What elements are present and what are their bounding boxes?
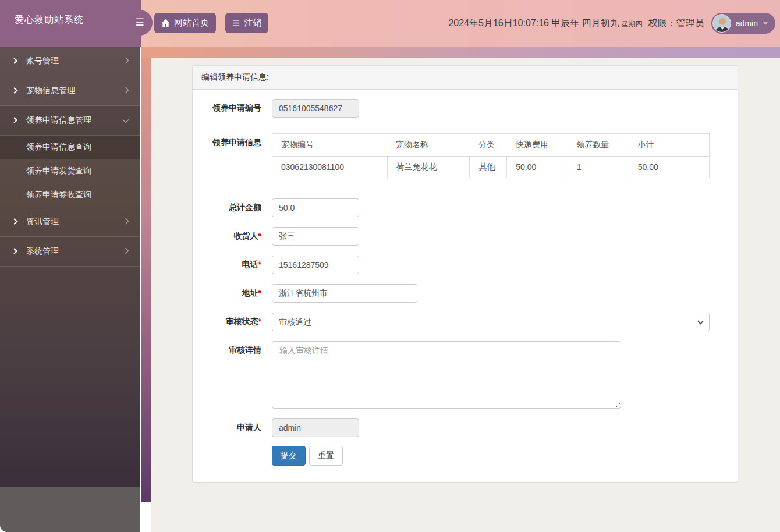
cell-category: 其他 (470, 157, 507, 178)
col-pet-name: 宠物名称 (387, 134, 470, 157)
cell-shipping-fee: 50.00 (507, 157, 568, 178)
audit-detail-label: 审核详情 (201, 341, 261, 356)
audit-detail-textarea[interactable] (272, 341, 621, 409)
application-info-label: 领养申请信息 (201, 133, 261, 148)
required-marker: * (258, 260, 261, 269)
logout-button[interactable]: ☰ 注销 (225, 13, 268, 33)
receiver-field[interactable] (272, 227, 359, 246)
permission-text: 权限：管理员 (648, 18, 704, 28)
phone-label: 电话* (201, 256, 261, 270)
sidebar-item-pet-info-mgmt[interactable]: 宠物信息管理 (0, 76, 140, 106)
required-marker: * (258, 231, 261, 240)
cell-pet-no: 03062130081100 (272, 157, 388, 178)
panel-title: 编辑领养申请信息: (193, 66, 738, 90)
col-subtotal: 小计 (629, 134, 709, 157)
applicant-label: 申请人 (201, 418, 261, 433)
audit-status-select[interactable]: 审核通过 (272, 313, 710, 331)
hamburger-icon: ☰ (135, 17, 144, 28)
home-icon (161, 19, 170, 27)
application-no-label: 领养申请编号 (201, 99, 261, 114)
chevron-right-icon (125, 56, 129, 66)
sidebar-item-system-mgmt[interactable]: 系统管理 (0, 237, 140, 267)
logout-label: 注销 (244, 17, 261, 29)
adoption-items-table: 宠物编号 宠物名称 分类 快递费用 领养数量 小计 03 (272, 133, 710, 178)
col-quantity: 领养数量 (568, 134, 629, 157)
logout-icon: ☰ (232, 19, 240, 27)
sidebar-item-adoption-ship-query[interactable]: 领养申请发货查询 (0, 159, 140, 183)
avatar (712, 14, 731, 33)
cell-pet-name: 荷兰兔花花 (387, 157, 470, 178)
cell-subtotal: 50.00 (629, 157, 709, 178)
col-category: 分类 (470, 134, 507, 157)
sidebar: 账号管理 宠物信息管理 领养申请信息管理 领养申请信息查询 领养申请发货查询 领 (0, 47, 140, 487)
datetime-text: 2024年5月16日10:07:16 甲辰年 四月初九星期四权限：管理员 (448, 17, 704, 30)
edit-adoption-panel: 编辑领养申请信息: 领养申请编号 领养申请信息 (192, 65, 738, 483)
sidebar-item-adoption-info-query[interactable]: 领养申请信息查询 (0, 136, 140, 159)
chevron-right-icon (13, 86, 18, 95)
sidebar-footer (0, 487, 140, 532)
background-gradient-band (141, 47, 780, 58)
required-marker: * (258, 288, 261, 297)
site-home-button[interactable]: 网站首页 (154, 13, 216, 33)
submit-button[interactable]: 提交 (272, 446, 306, 466)
chevron-down-icon (122, 116, 129, 125)
page: 网站首页 ☰ 注销 2024年5月16日10:07:16 甲辰年 四月初九星期四… (0, 0, 780, 532)
col-pet-no: 宠物编号 (272, 134, 388, 157)
chevron-right-icon (125, 217, 129, 226)
address-label: 地址* (201, 284, 261, 299)
sidebar-toggle-button[interactable]: ☰ (127, 10, 153, 36)
col-shipping-fee: 快递费用 (507, 134, 568, 157)
application-no-field[interactable] (272, 99, 359, 118)
table-header-row: 宠物编号 宠物名称 分类 快递费用 领养数量 小计 (272, 134, 710, 157)
user-menu[interactable]: admin (711, 13, 775, 34)
background-gradient-strip (141, 58, 151, 502)
chevron-right-icon (125, 247, 129, 256)
caret-down-icon (763, 22, 768, 25)
sidebar-item-account-mgmt[interactable]: 账号管理 (0, 47, 140, 76)
table-row: 03062130081100 荷兰兔花花 其他 50.00 1 50.00 (272, 157, 710, 178)
audit-status-label: 审核状态* (201, 313, 261, 327)
reset-button[interactable]: 重置 (309, 446, 343, 466)
address-field[interactable] (272, 284, 417, 303)
site-home-label: 网站首页 (174, 17, 209, 29)
chevron-right-icon (13, 217, 18, 226)
app-title: 爱心救助站系统 (0, 0, 141, 47)
username-label: admin (736, 19, 758, 28)
weekday-text: 星期四 (622, 20, 643, 28)
cell-quantity: 1 (568, 157, 629, 178)
phone-field[interactable] (272, 256, 359, 274)
total-amount-label: 总计金额 (201, 198, 261, 213)
chevron-right-icon (13, 116, 18, 125)
chevron-right-icon (13, 247, 18, 256)
main-content: 编辑领养申请信息: 领养申请编号 领养申请信息 (151, 58, 780, 532)
sidebar-item-news-mgmt[interactable]: 资讯管理 (0, 207, 140, 237)
required-marker: * (258, 317, 261, 326)
applicant-field[interactable] (272, 418, 359, 437)
sidebar-item-adoption-receive-query[interactable]: 领养申请签收查询 (0, 183, 140, 207)
receiver-label: 收货人* (201, 227, 261, 242)
sidebar-item-adoption-mgmt[interactable]: 领养申请信息管理 (0, 106, 140, 136)
total-amount-field[interactable] (272, 198, 359, 217)
chevron-right-icon (125, 86, 129, 95)
chevron-right-icon (13, 56, 18, 66)
